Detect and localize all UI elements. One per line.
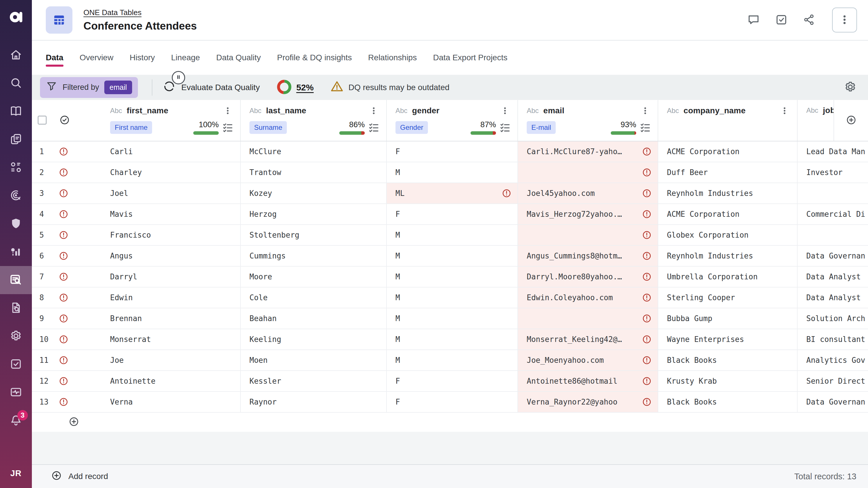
cell-job[interactable]: BI consultant	[797, 329, 868, 349]
cell-first_name[interactable]: Verna	[101, 392, 240, 412]
cell-email[interactable]: Carli.McClure87-yaho…	[518, 142, 658, 162]
dq-checks-icon[interactable]	[499, 122, 511, 133]
cell-gender[interactable]: F	[386, 392, 518, 412]
column-header-last_name[interactable]: Abclast_nameSurname86%	[240, 100, 386, 141]
filter-value-badge[interactable]: email	[104, 81, 132, 94]
cell-job[interactable]: Analytics Gov	[797, 350, 868, 370]
tab-history[interactable]: History	[129, 40, 155, 75]
tab-data-quality[interactable]: Data Quality	[216, 40, 261, 75]
cell-email[interactable]: Monserrat_Keeling42@…	[518, 329, 658, 349]
cell-first_name[interactable]: Mavis	[101, 204, 240, 224]
cell-job[interactable]	[797, 183, 868, 204]
cell-first_name[interactable]: Antoinette	[101, 371, 240, 391]
cell-gender[interactable]: M	[386, 287, 518, 308]
cell-first_name[interactable]: Brennan	[101, 308, 240, 329]
dq-score-link[interactable]: 52%	[297, 83, 314, 92]
column-menu-icon[interactable]	[641, 106, 651, 116]
sidebar-item-bell[interactable]: 3	[0, 406, 32, 435]
cell-first_name[interactable]: Charley	[101, 162, 240, 183]
avatar[interactable]: JR	[10, 468, 22, 478]
glossary-term-chip[interactable]: First name	[110, 121, 152, 134]
sidebar-item-gear[interactable]	[0, 322, 32, 350]
sidebar-item-book[interactable]	[0, 97, 32, 125]
cell-gender[interactable]: ML	[386, 183, 518, 204]
cell-job[interactable]: Senior Direct	[797, 371, 868, 391]
cell-company_name[interactable]: Sterling Cooper	[658, 287, 797, 308]
cell-company_name[interactable]: Duff Beer	[658, 162, 797, 183]
sidebar-item-doc-search[interactable]	[0, 294, 32, 322]
cell-email[interactable]: Verna_Raynor22@yahoo	[518, 392, 658, 412]
column-header-email[interactable]: AbcemailE-mail93%	[518, 100, 658, 141]
cell-company_name[interactable]: Bubba Gump	[658, 308, 797, 329]
cell-job[interactable]: Lead Data Man	[797, 142, 868, 162]
cell-last_name[interactable]: Cummings	[240, 246, 386, 266]
cell-job[interactable]: Solution Arch	[797, 308, 868, 329]
cell-email[interactable]: Antoinette86@hotmail	[518, 371, 658, 391]
select-all-check-icon[interactable]	[59, 115, 70, 127]
sidebar-item-home[interactable]	[0, 41, 32, 69]
cell-gender[interactable]: F	[386, 204, 518, 224]
add-row-button[interactable]	[68, 416, 80, 428]
glossary-term-chip[interactable]: Gender	[396, 121, 428, 134]
cell-email[interactable]: Mavis_Herzog72yahoo.…	[518, 204, 658, 224]
more-menu-button[interactable]	[832, 7, 857, 32]
cell-email[interactable]	[518, 162, 658, 183]
tab-data-export-projects[interactable]: Data Export Projects	[433, 40, 507, 75]
cell-job[interactable]	[797, 225, 868, 245]
glossary-term-chip[interactable]: Surname	[249, 121, 287, 134]
cell-gender[interactable]: M	[386, 329, 518, 349]
sidebar-item-copy[interactable]	[0, 125, 32, 154]
tab-relationships[interactable]: Relationships	[368, 40, 417, 75]
comments-button[interactable]	[747, 13, 760, 27]
tasks-button[interactable]	[775, 13, 788, 27]
cell-first_name[interactable]: Angus	[101, 246, 240, 266]
cell-email[interactable]: Edwin.Coleyahoo.com	[518, 287, 658, 308]
cell-last_name[interactable]: Kessler	[240, 371, 386, 391]
cell-job[interactable]: Data Governan	[797, 246, 868, 266]
cell-company_name[interactable]: ACME Corporation	[658, 204, 797, 224]
cell-last_name[interactable]: Moen	[240, 350, 386, 370]
cell-job[interactable]: Commercial Di	[797, 204, 868, 224]
cell-job[interactable]: Data Analyst	[797, 267, 868, 287]
column-menu-icon[interactable]	[501, 106, 511, 116]
cell-gender[interactable]: F	[386, 142, 518, 162]
dq-checks-icon[interactable]	[222, 122, 234, 133]
cell-first_name[interactable]: Francisco	[101, 225, 240, 245]
cell-gender[interactable]: M	[386, 267, 518, 287]
cell-last_name[interactable]: Kozey	[240, 183, 386, 204]
glossary-term-chip[interactable]: E-mail	[527, 121, 556, 134]
cell-first_name[interactable]: Joel	[101, 183, 240, 204]
cell-email[interactable]	[518, 308, 658, 329]
cell-last_name[interactable]: McClure	[240, 142, 386, 162]
cell-last_name[interactable]: Raynor	[240, 392, 386, 412]
cell-company_name[interactable]: Reynholm Industries	[658, 183, 797, 204]
dq-checks-icon[interactable]	[368, 122, 380, 133]
sidebar-item-monitor-pulse[interactable]	[0, 378, 32, 406]
cell-gender[interactable]: M	[386, 308, 518, 329]
cell-gender[interactable]: M	[386, 225, 518, 245]
cell-company_name[interactable]: Globex Corporation	[658, 225, 797, 245]
cell-gender[interactable]: F	[386, 371, 518, 391]
breadcrumb[interactable]: ONE Data Tables	[84, 8, 142, 17]
column-header-company_name[interactable]: Abccompany_name	[658, 100, 797, 141]
cell-first_name[interactable]: Joe	[101, 350, 240, 370]
cell-job[interactable]: Data Analyst	[797, 287, 868, 308]
cell-first_name[interactable]: Darryl	[101, 267, 240, 287]
cell-first_name[interactable]: Monserrat	[101, 329, 240, 349]
sidebar-item-eq-search[interactable]	[0, 266, 32, 294]
cell-company_name[interactable]: Reynholm Industries	[658, 246, 797, 266]
sidebar-item-radar[interactable]	[0, 182, 32, 210]
sidebar-item-shield[interactable]	[0, 210, 32, 238]
cell-company_name[interactable]: ACME Corporation	[658, 142, 797, 162]
sidebar-item-bulb-chart[interactable]	[0, 238, 32, 266]
add-column-button[interactable]	[834, 100, 868, 141]
cell-company_name[interactable]: Black Books	[658, 392, 797, 412]
cell-company_name[interactable]: Wayne Enterprises	[658, 329, 797, 349]
pause-filter-button[interactable]	[172, 71, 185, 84]
cell-company_name[interactable]: Black Books	[658, 350, 797, 370]
cell-company_name[interactable]: Krusty Krab	[658, 371, 797, 391]
column-header-first_name[interactable]: Abcfirst_nameFirst name100%	[101, 100, 240, 141]
tab-data[interactable]: Data	[46, 40, 63, 75]
cell-last_name[interactable]: Trantow	[240, 162, 386, 183]
cell-last_name[interactable]: Beahan	[240, 308, 386, 329]
